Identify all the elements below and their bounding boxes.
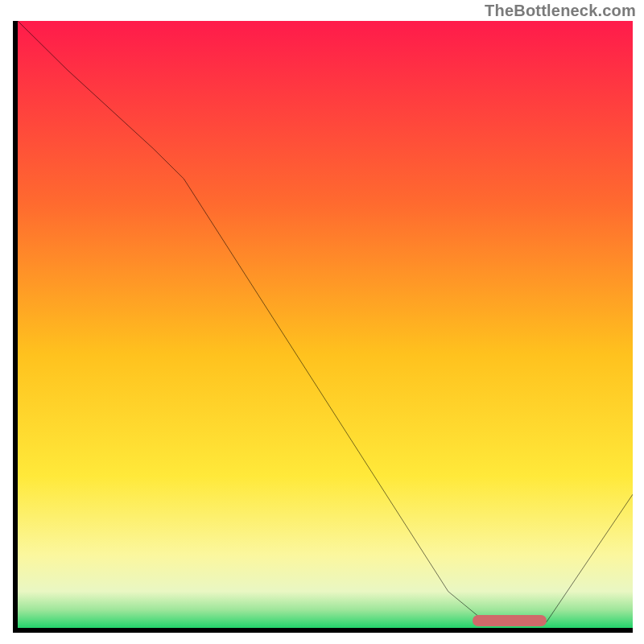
chart-container: TheBottleneck.com [0,0,644,644]
bottleneck-curve [18,21,633,628]
curve-path [18,21,633,625]
optimal-range-marker [473,615,547,626]
plot-area [13,21,633,633]
attribution-label: TheBottleneck.com [485,2,636,20]
